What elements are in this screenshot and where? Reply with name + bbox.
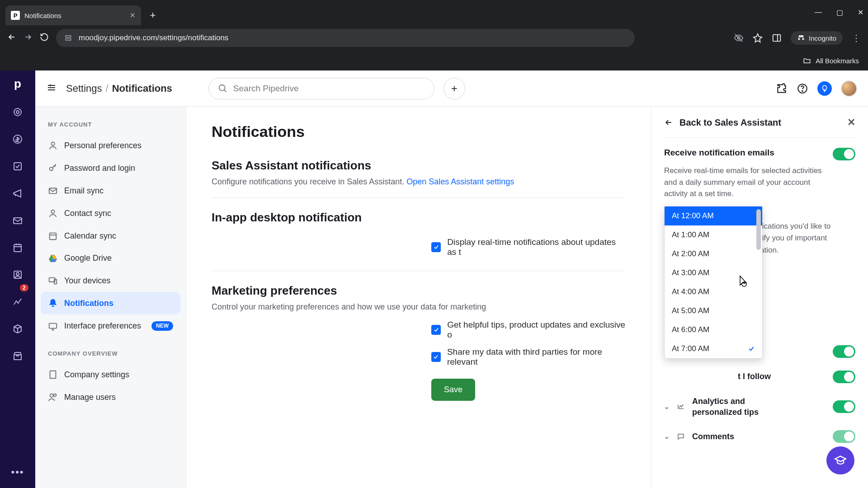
dropdown-item[interactable]: At 1:00 AM (665, 225, 762, 244)
sidebar-toggle-icon[interactable] (46, 82, 57, 95)
url-field[interactable]: moodjoy.pipedrive.com/settings/notificat… (56, 29, 635, 47)
checkbox-icon[interactable] (431, 242, 441, 252)
sidebar-item-contact-sync[interactable]: Contact sync (41, 202, 180, 225)
add-button[interactable]: + (443, 78, 465, 99)
svg-rect-10 (14, 218, 22, 224)
sidebar-item-gdrive[interactable]: Google Drive (41, 247, 180, 269)
save-button[interactable]: Save (431, 379, 475, 401)
rail-contacts-icon[interactable] (12, 269, 24, 281)
sidebar-item-manage-users[interactable]: Manage users (41, 386, 180, 408)
star-icon[interactable] (753, 33, 763, 43)
sidebar-item-label: Calendar sync (64, 231, 116, 241)
rail-products-icon[interactable] (12, 323, 24, 335)
help-icon[interactable] (797, 83, 808, 94)
sidebar-item-company[interactable]: Company settings (41, 363, 180, 386)
kebab-icon[interactable]: ⋮ (852, 33, 861, 43)
dropdown-item[interactable]: At 3:00 AM (665, 263, 762, 282)
crumb-current: Notifications (112, 83, 172, 94)
sidebar-item-notifications[interactable]: Notifications (41, 292, 180, 314)
page-title: Notifications (212, 123, 626, 141)
search-input[interactable]: Search Pipedrive (208, 78, 434, 99)
rail-campaign-icon[interactable] (12, 188, 24, 199)
rail-target-icon[interactable] (12, 106, 24, 118)
topbar: Settings / Notifications Search Pipedriv… (35, 70, 868, 107)
rail-insights-icon[interactable] (12, 296, 24, 308)
close-window-icon[interactable]: ✕ (858, 8, 863, 17)
close-panel-icon[interactable]: ✕ (847, 117, 855, 128)
panel-title[interactable]: Back to Sales Assistant (679, 117, 781, 128)
side-panel-icon[interactable] (772, 33, 782, 43)
time-dropdown[interactable]: At 12:00 AM At 1:00 AM At 2:00 AM At 3:0… (664, 206, 763, 359)
avatar[interactable] (841, 80, 857, 97)
rail-more-icon[interactable]: ••• (11, 466, 24, 478)
rail-mail-icon[interactable] (12, 215, 24, 226)
toggle-emails[interactable] (833, 148, 855, 160)
checkbox-row[interactable]: Share my data with third parties for mor… (212, 343, 626, 370)
topbar-right (776, 80, 857, 97)
toggle[interactable] (833, 430, 855, 443)
checkbox-row[interactable]: Display real-time notifications about up… (212, 229, 626, 260)
sidebar-item-email[interactable]: Email sync (41, 179, 180, 202)
section-title: Sales Assistant notifications (212, 159, 626, 173)
dropdown-scrollbar[interactable] (756, 209, 761, 250)
comment-icon (676, 432, 686, 441)
sidebar-item-personal[interactable]: Personal preferences (41, 134, 180, 157)
toggle[interactable] (833, 400, 855, 413)
assistant-icon[interactable] (817, 81, 832, 96)
checkbox-icon[interactable] (431, 352, 441, 362)
forward-icon[interactable] (24, 33, 33, 44)
sidebar-item-label: Personal preferences (64, 141, 142, 150)
dropdown-item[interactable]: At 2:00 AM (665, 244, 762, 263)
sidebar-item-calendar-sync[interactable]: Calendar sync (41, 225, 180, 247)
dropdown-item[interactable]: At 12:00 AM (665, 206, 762, 225)
acc-item-analytics[interactable]: ⌄ Analytics and personalized tips (664, 389, 855, 424)
rail-calendar-icon[interactable] (12, 242, 24, 253)
check-icon (748, 345, 755, 352)
section-sales-assistant: Sales Assistant notifications Configure … (212, 159, 626, 197)
dropdown-item[interactable]: At 4:00 AM (665, 282, 762, 301)
browser-tab[interactable]: P Notifications ✕ (5, 5, 141, 25)
section-desc: Configure notifications you receive in S… (212, 177, 626, 187)
maximize-icon[interactable]: ▢ (836, 8, 843, 17)
settings-sidebar: MY ACCOUNT Personal preferences Password… (35, 107, 186, 488)
acc-label: t I follow (738, 372, 771, 381)
rail-check-icon[interactable] (12, 160, 24, 172)
section-desktop-notif: In-app desktop notification Display real… (212, 197, 626, 271)
minimize-icon[interactable]: ― (815, 8, 822, 17)
search-placeholder: Search Pipedrive (233, 84, 299, 94)
sidebar-item-interface[interactable]: Interface preferencesNEW (41, 314, 180, 338)
checkbox-row[interactable]: Get helpful tips, product updates and ex… (212, 312, 626, 343)
sidebar-item-label: Interface preferences (64, 321, 141, 331)
browser-chrome: P Notifications ✕ + ― ▢ ✕ moodjoy.pipedr… (0, 0, 868, 70)
puzzle-icon[interactable] (776, 83, 788, 94)
sidebar-item-devices[interactable]: Your devices (41, 269, 180, 292)
back-arrow-icon[interactable] (664, 118, 673, 127)
svg-point-27 (51, 210, 54, 213)
incognito-badge[interactable]: Incognito (791, 31, 843, 45)
new-tab-button[interactable]: + (145, 7, 161, 23)
dropdown-item[interactable]: At 6:00 AM (665, 320, 762, 339)
acc-item-comments[interactable]: ⌄ Comments (664, 424, 855, 449)
open-assistant-link[interactable]: Open Sales Assistant settings (406, 177, 514, 186)
reload-icon[interactable] (40, 33, 49, 44)
svg-line-21 (224, 89, 226, 92)
checkbox-icon[interactable] (431, 325, 441, 335)
all-bookmarks[interactable]: All Bookmarks (816, 57, 859, 65)
toggle[interactable] (833, 371, 855, 383)
dropdown-item[interactable]: At 5:00 AM (665, 301, 762, 320)
dropdown-item[interactable]: At 7:00 AM (665, 339, 762, 358)
sidebar-item-label: Google Drive (64, 253, 112, 263)
toggle[interactable] (833, 345, 855, 358)
crumb-parent[interactable]: Settings (66, 83, 102, 94)
back-icon[interactable] (7, 33, 16, 44)
rail-market-icon[interactable] (12, 350, 24, 362)
acc-item[interactable]: t I follow (664, 364, 855, 389)
logo[interactable]: p (14, 77, 21, 91)
sidebar-item-label: Manage users (64, 393, 116, 402)
rail-money-icon[interactable] (12, 133, 24, 145)
tab-close-icon[interactable]: ✕ (130, 11, 136, 19)
academy-fab[interactable] (826, 446, 854, 474)
sidebar-item-password[interactable]: Password and login (41, 157, 180, 179)
window-controls: ― ▢ ✕ (815, 8, 863, 17)
eye-off-icon[interactable] (734, 33, 744, 43)
